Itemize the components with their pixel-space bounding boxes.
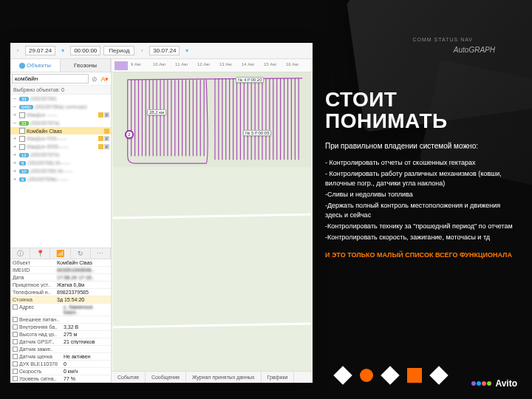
checkbox[interactable] bbox=[13, 354, 18, 359]
flag-icon bbox=[98, 136, 103, 141]
selected-count: Выбрано объектов: 0 bbox=[10, 86, 111, 95]
detail-value: 275 м bbox=[64, 332, 109, 337]
detail-key: ДУК BLE110378 bbox=[19, 361, 64, 366]
bullet-item: -Контролировать технику за "прошедний пе… bbox=[325, 222, 517, 231]
checkbox[interactable] bbox=[13, 347, 18, 352]
tree-item[interactable]: −33(20220707a) bbox=[10, 119, 111, 127]
avito-label: Avito bbox=[495, 378, 517, 389]
detail-value: 863051060098.. bbox=[57, 267, 109, 273]
checkbox[interactable] bbox=[19, 128, 25, 134]
svg-rect-1 bbox=[113, 72, 311, 167]
bottom-tab[interactable]: Журнал принятых данных bbox=[186, 372, 262, 383]
date-to-input[interactable]: 30.07.24 bbox=[149, 46, 180, 55]
map-marker[interactable]: 2 bbox=[125, 130, 134, 139]
tree-item[interactable]: +МакДон ------P bbox=[10, 111, 111, 119]
map-marker[interactable]: № 5P00:05 bbox=[243, 130, 271, 136]
tree-toggle-icon[interactable]: − bbox=[12, 120, 18, 126]
map-timeline[interactable]: 9 Авг10 Авг11 Авг12 Авг13 Авг14 Авг15 Ав… bbox=[112, 59, 313, 72]
clear-icon[interactable]: ⊘ bbox=[90, 75, 99, 83]
tree-item[interactable]: −64ID(20220706a) comrogrp bbox=[10, 103, 111, 111]
map-marker[interactable]: № 4P00:20 bbox=[236, 77, 264, 83]
tree-item[interactable]: +МакДон 6555------P bbox=[10, 143, 111, 151]
tree-toggle-icon[interactable]: + bbox=[12, 143, 18, 150]
detail-key: Дата bbox=[13, 275, 57, 280]
sort-icon[interactable]: A▾ bbox=[100, 75, 109, 83]
info-icon[interactable]: ⓘ bbox=[10, 248, 30, 259]
nav-right-icon[interactable]: › bbox=[137, 47, 146, 55]
calendar-icon[interactable]: ▾ bbox=[183, 47, 191, 55]
calendar-icon[interactable]: ▾ bbox=[58, 47, 67, 55]
tree-toggle-icon[interactable]: + bbox=[12, 168, 18, 174]
tree-item[interactable]: −33(20220706) bbox=[10, 95, 111, 103]
tree-item-label: МакДон ------ bbox=[27, 112, 57, 117]
detail-value: Жатка 6,8м bbox=[57, 282, 109, 287]
tree-item[interactable]: +6(20220709a) ------ bbox=[10, 175, 111, 183]
checkbox[interactable] bbox=[13, 376, 18, 381]
tree-toggle-icon[interactable]: + bbox=[12, 112, 18, 118]
flag-icon bbox=[98, 144, 103, 149]
title-line-2: ПОНИМАТЬ bbox=[325, 110, 517, 132]
marker-distance: 28,2 км bbox=[149, 110, 164, 115]
marker-time: 00:20 bbox=[250, 78, 262, 82]
checkbox[interactable] bbox=[13, 361, 18, 366]
tree-item-label: (20220709a) ------ bbox=[27, 177, 69, 182]
detail-value bbox=[64, 317, 109, 322]
promo-content: СТОИТ ПОНИМАТЬ При правильном владении с… bbox=[325, 89, 517, 259]
tree-item[interactable]: +8(20220708) M------ bbox=[10, 159, 111, 167]
bottom-tab[interactable]: Графики bbox=[262, 372, 295, 383]
object-tree[interactable]: −33(20220706)−64ID(20220706a) comrogrp+М… bbox=[10, 95, 111, 248]
checkbox[interactable] bbox=[13, 339, 18, 344]
checkbox[interactable] bbox=[13, 304, 18, 310]
nav-left-icon[interactable]: ‹ bbox=[13, 47, 22, 55]
flag-icon bbox=[98, 112, 103, 117]
tree-toggle-icon[interactable]: − bbox=[12, 103, 18, 110]
map-canvas[interactable] bbox=[112, 72, 313, 371]
tab-objects[interactable]: Объекты bbox=[10, 59, 61, 72]
tree-toggle-icon[interactable]: + bbox=[12, 151, 18, 158]
checkbox[interactable] bbox=[13, 332, 18, 337]
timeline-tick: 13 Авг bbox=[219, 62, 233, 66]
detail-row: Уровень сигна..77 % bbox=[10, 375, 111, 383]
detail-value: Комбайн Claas bbox=[57, 260, 109, 265]
tree-toggle-icon[interactable]: − bbox=[12, 95, 18, 102]
avito-watermark: Avito bbox=[471, 378, 517, 389]
search-input[interactable] bbox=[12, 74, 89, 83]
tree-toggle-icon[interactable]: + bbox=[12, 160, 18, 166]
checkbox[interactable] bbox=[19, 136, 25, 142]
refresh-icon[interactable]: ↻ bbox=[71, 248, 91, 259]
signal-icon[interactable]: 📶 bbox=[50, 248, 70, 259]
date-from-input[interactable]: 29.07.24 bbox=[25, 46, 55, 55]
period-button[interactable]: Период bbox=[103, 46, 134, 55]
detail-value: с. Каменное Барн.. bbox=[64, 304, 109, 315]
map-area[interactable]: 9 Авг10 Авг11 Авг12 Авг13 Авг14 Авг15 Ав… bbox=[112, 59, 313, 383]
map-marker[interactable]: 28,2 км bbox=[147, 109, 166, 115]
gps-tracking-app: ‹ 29.07.24 ▾ 00:00:00 Период › 30.07.24 … bbox=[10, 43, 313, 383]
checkbox[interactable] bbox=[19, 112, 25, 118]
location-icon[interactable]: 📍 bbox=[30, 248, 50, 259]
tree-item-label: (20220709) M------ bbox=[30, 168, 73, 174]
bullet-item: - Контролировать работу различных механи… bbox=[325, 169, 517, 188]
checkbox[interactable] bbox=[13, 317, 18, 322]
tree-toggle-icon[interactable]: + bbox=[12, 135, 18, 142]
checkbox[interactable] bbox=[19, 144, 25, 150]
tree-badge: 33 bbox=[19, 121, 29, 126]
timeline-tick: 15 Авг bbox=[264, 62, 277, 66]
timeline-segment bbox=[115, 61, 128, 70]
flag-icon: P bbox=[104, 112, 109, 117]
time-from-input[interactable]: 00:00:00 bbox=[70, 46, 100, 55]
more-icon[interactable]: ⋯ bbox=[91, 248, 111, 259]
tab-geozones[interactable]: Геозоны bbox=[61, 59, 111, 72]
promo-bullets: - Контролировать отчеты от скошенных гек… bbox=[325, 158, 517, 242]
tree-item[interactable]: +МакДон FDII------P bbox=[10, 134, 111, 143]
tree-item[interactable]: Комбайн Claas bbox=[10, 127, 111, 134]
tree-toggle-icon[interactable]: + bbox=[12, 176, 18, 183]
checkbox[interactable] bbox=[13, 369, 18, 374]
tree-item[interactable]: +10(20220709) M------ bbox=[10, 167, 111, 175]
bottom-tab[interactable]: Сообщения bbox=[146, 372, 186, 383]
checkbox[interactable] bbox=[13, 324, 18, 330]
bottom-tab[interactable]: События bbox=[112, 372, 146, 383]
diamond-icon bbox=[381, 366, 399, 384]
timeline-tick: 16 Авг bbox=[286, 62, 299, 66]
tree-item[interactable]: +12(20220707b) bbox=[10, 151, 111, 159]
detail-value bbox=[64, 347, 109, 352]
